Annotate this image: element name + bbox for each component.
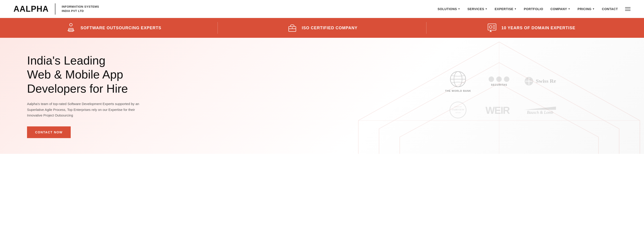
logo-area: AALPHA INFORMATION SYSTEMS INDIA PVT LTD bbox=[14, 3, 99, 15]
banner-text-expertise: 10 YEARS OF DOMAIN EXPERTISE bbox=[502, 26, 576, 30]
logo-subtitle: INFORMATION SYSTEMS INDIA PVT LTD bbox=[62, 5, 99, 13]
svg-point-8 bbox=[489, 26, 492, 28]
svg-rect-1 bbox=[69, 28, 73, 31]
nav-expertise[interactable]: EXPERTISE ▼ bbox=[495, 7, 517, 11]
navbar: AALPHA INFORMATION SYSTEMS INDIA PVT LTD… bbox=[0, 0, 644, 18]
info-banner: SOFTWARE OUTSOURCING EXPERTS ISO CERTIFI… bbox=[0, 18, 644, 38]
svg-point-0 bbox=[70, 23, 72, 26]
svg-text:TEXAS: TEXAS bbox=[456, 112, 461, 114]
svg-point-27 bbox=[496, 76, 502, 82]
svg-point-26 bbox=[489, 76, 494, 82]
hamburger-menu[interactable] bbox=[625, 7, 630, 11]
svg-text:FAIRVIEW: FAIRVIEW bbox=[452, 108, 464, 111]
logo-swissre: Swiss Re bbox=[524, 70, 556, 92]
person-laptop-icon bbox=[65, 22, 77, 34]
nav-portfolio[interactable]: PORTFOLIO bbox=[524, 7, 543, 11]
chevron-down-icon: ▼ bbox=[485, 8, 487, 10]
nav-links: SOLUTIONS ▼ SERVICES ▼ EXPERTISE ▼ PORTF… bbox=[438, 7, 630, 11]
banner-item-expertise: 10 YEARS OF DOMAIN EXPERTISE bbox=[426, 22, 635, 34]
securitas-label: SECURITAS bbox=[491, 83, 507, 86]
hero-content: India's LeadingWeb & Mobile AppDeveloper… bbox=[0, 38, 354, 154]
chevron-down-icon: ▼ bbox=[514, 8, 516, 10]
logo-divider bbox=[55, 3, 56, 15]
banner-text-iso: ISO CERTIFIED COMPANY bbox=[302, 26, 358, 30]
logo-bausch: Bausch & Lomb bbox=[524, 99, 556, 122]
worldbank-label: THE WORLD BANK bbox=[445, 89, 471, 92]
hero-logos: THE WORLD BANK SECURITAS bbox=[354, 38, 644, 154]
svg-text:TOWN OF: TOWN OF bbox=[454, 106, 462, 108]
chevron-down-icon: ▼ bbox=[458, 8, 460, 10]
logo-main[interactable]: AALPHA bbox=[14, 4, 49, 14]
hero-title: India's LeadingWeb & Mobile AppDeveloper… bbox=[27, 53, 341, 96]
contact-now-button[interactable]: CONTACT NOW bbox=[27, 126, 71, 138]
nav-services[interactable]: SERVICES ▼ bbox=[468, 7, 488, 11]
chevron-down-icon: ▼ bbox=[592, 8, 595, 10]
nav-company[interactable]: COMPANY ▼ bbox=[550, 7, 570, 11]
svg-text:WEIR: WEIR bbox=[486, 105, 510, 116]
nav-solutions[interactable]: SOLUTIONS ▼ bbox=[438, 7, 460, 11]
briefcase-icon bbox=[286, 22, 298, 34]
svg-marker-37 bbox=[524, 107, 556, 110]
banner-text-outsourcing: SOFTWARE OUTSOURCING EXPERTS bbox=[80, 26, 161, 30]
hero-section: India's LeadingWeb & Mobile AppDeveloper… bbox=[0, 38, 644, 154]
chevron-down-icon: ▼ bbox=[568, 8, 570, 10]
svg-point-28 bbox=[504, 76, 509, 82]
hero-description: Aalpha's team of top-rated Software Deve… bbox=[27, 101, 140, 118]
nav-pricing[interactable]: PRICING ▼ bbox=[578, 7, 595, 11]
logo-securitas: SECURITAS bbox=[483, 70, 515, 92]
logo-fairview: TOWN OF FAIRVIEW TEXAS bbox=[442, 99, 474, 122]
nav-contact[interactable]: CONTACT bbox=[602, 7, 618, 11]
logo-weir: WEIR bbox=[483, 99, 515, 122]
certificate-icon bbox=[486, 22, 498, 34]
logo-worldbank: THE WORLD BANK bbox=[442, 70, 474, 92]
banner-item-outsourcing: SOFTWARE OUTSOURCING EXPERTS bbox=[9, 22, 218, 34]
client-logos-grid: THE WORLD BANK SECURITAS bbox=[433, 61, 565, 131]
banner-item-iso: ISO CERTIFIED COMPANY bbox=[218, 22, 426, 34]
